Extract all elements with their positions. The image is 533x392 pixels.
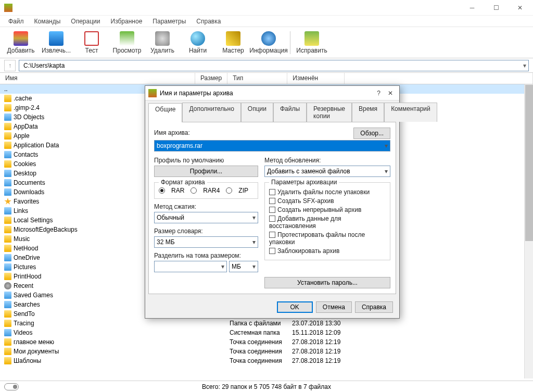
update-method-label: Метод обновления: — [264, 157, 390, 164]
tool-find[interactable]: Найти — [182, 29, 213, 57]
profile-label: Профиль по умолчанию — [154, 157, 258, 164]
col-size[interactable]: Размер — [195, 73, 227, 84]
check-test[interactable] — [269, 232, 275, 238]
tab-comment[interactable]: Комментарий — [384, 103, 437, 122]
menu-help[interactable]: Справка — [192, 17, 225, 26]
col-type[interactable]: Тип — [227, 73, 287, 84]
tab-options[interactable]: Опции — [241, 103, 273, 122]
archive-dialog: Имя и параметры архива ? ✕ Общие Дополни… — [145, 85, 400, 319]
dict-label: Размер словаря: — [154, 227, 258, 235]
split-size-input[interactable]: ▾ — [154, 261, 227, 272]
menu-params[interactable]: Параметры — [148, 17, 190, 26]
list-item[interactable]: ШаблоныТочка соединения27.08.2018 12:19 — [0, 356, 526, 365]
column-headers: Имя Размер Тип Изменён — [0, 73, 533, 84]
tool-add[interactable]: Добавить — [5, 29, 36, 57]
menu-operations[interactable]: Операции — [67, 17, 104, 26]
radio-rar[interactable] — [159, 187, 165, 194]
check-sfx[interactable] — [269, 198, 275, 204]
tool-delete[interactable]: Удалить — [147, 29, 178, 57]
tab-backup[interactable]: Резервные копии — [307, 103, 352, 122]
menu-file[interactable]: Файл — [4, 17, 28, 26]
update-method-select[interactable]: Добавить с заменой файлов▾ — [264, 166, 390, 177]
split-label: Разделить на тома размером: — [154, 252, 258, 259]
tool-test[interactable]: Тест — [76, 29, 107, 57]
archive-name-input[interactable]: boxprograms.rar ▾ — [154, 140, 390, 151]
list-item[interactable]: главное менюТочка соединения27.08.2018 1… — [0, 337, 526, 347]
list-item[interactable]: Мои документыТочка соединения27.08.2018 … — [0, 347, 526, 356]
path-text: C:\Users\kapta — [23, 62, 65, 69]
path-input[interactable]: C:\Users\kapta ▾ — [19, 60, 529, 71]
tab-general[interactable]: Общие — [148, 103, 182, 122]
status-slot-icon — [4, 383, 19, 390]
help-button[interactable]: Справка — [355, 301, 393, 313]
arch-params-label: Параметры архивации — [269, 179, 339, 186]
tool-info[interactable]: Информация — [253, 29, 284, 57]
tab-files[interactable]: Файлы — [273, 103, 307, 122]
split-unit-select[interactable]: МБ▾ — [229, 261, 258, 272]
status-text: Всего: 29 папок и 5 705 748 байт в 7 фай… — [202, 383, 331, 390]
tool-wizard[interactable]: Мастер — [218, 29, 249, 57]
compression-label: Метод сжатия: — [154, 203, 258, 210]
dialog-title: Имя и параметры архива — [160, 90, 233, 97]
scrollbar[interactable] — [524, 84, 533, 378]
maximize-button[interactable]: ☐ — [484, 0, 508, 16]
tab-time[interactable]: Время — [352, 103, 384, 122]
cancel-button[interactable]: Отмена — [316, 301, 352, 313]
radio-rar4[interactable] — [191, 187, 197, 194]
browse-button[interactable]: Обзор... — [353, 128, 390, 139]
tool-extract[interactable]: Извлечь... — [41, 29, 72, 57]
set-password-button[interactable]: Установить пароль... — [264, 277, 390, 288]
archive-name-value: boxprograms.rar — [157, 142, 202, 149]
tool-repair[interactable]: Исправить — [296, 29, 327, 57]
list-item[interactable]: TracingПапка с файлами23.07.2018 13:30 — [0, 319, 526, 328]
col-modified[interactable]: Изменён — [287, 73, 345, 84]
scrollbar-thumb[interactable] — [525, 85, 533, 241]
compression-select[interactable]: Обычный▾ — [154, 212, 258, 223]
ok-button[interactable]: OK — [277, 301, 313, 313]
dialog-help-button[interactable]: ? — [377, 90, 380, 97]
up-button[interactable]: ↑ — [4, 60, 16, 71]
col-name[interactable]: Имя — [0, 73, 195, 84]
format-label: Формат архива — [159, 179, 207, 186]
tab-advanced[interactable]: Дополнительно — [182, 103, 240, 122]
chevron-down-icon[interactable]: ▾ — [523, 62, 526, 69]
check-solid[interactable] — [269, 207, 275, 213]
dict-select[interactable]: 32 МБ▾ — [154, 236, 258, 248]
check-delete[interactable] — [269, 189, 275, 195]
menu-bar: Файл Команды Операции Избранное Параметр… — [0, 16, 533, 27]
chevron-down-icon[interactable]: ▾ — [385, 142, 388, 149]
menu-commands[interactable]: Команды — [30, 17, 65, 26]
profiles-button[interactable]: Профили... — [154, 166, 258, 177]
archive-name-label: Имя архива: — [154, 129, 190, 136]
check-lock[interactable] — [269, 248, 275, 254]
tool-view[interactable]: Просмотр — [111, 29, 143, 57]
dialog-icon — [148, 89, 157, 97]
dialog-close-button[interactable]: ✕ — [388, 90, 393, 97]
check-recovery[interactable] — [269, 216, 275, 222]
minimize-button[interactable]: ─ — [460, 0, 484, 16]
app-icon — [4, 4, 12, 12]
menu-favorites[interactable]: Избранное — [107, 17, 147, 26]
radio-zip[interactable] — [226, 187, 232, 194]
toolbar: Добавить Извлечь... Тест Просмотр Удалит… — [0, 27, 533, 58]
close-button[interactable]: ✕ — [508, 0, 532, 16]
list-item[interactable]: VideosСистемная папка15.11.2018 12:09 — [0, 328, 526, 337]
